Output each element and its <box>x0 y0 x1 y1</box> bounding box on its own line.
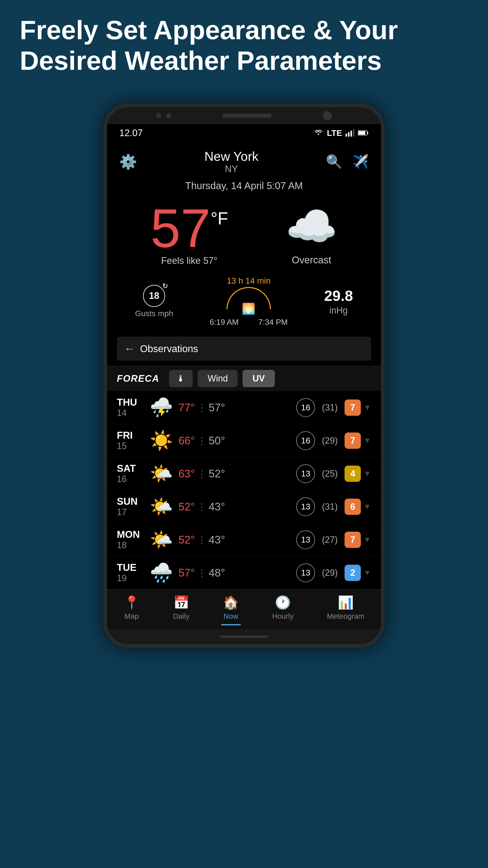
stats-row: 18 ↻ Gusts mph 13 h 14 min 🌅 6:19 AM 7:3… <box>107 269 381 332</box>
forecast-day-mon: MON 18 <box>117 529 147 550</box>
uv-badge-fri: 7 <box>345 433 361 449</box>
wind-circle-sun: 13 <box>296 497 315 516</box>
signal-icon <box>346 129 354 136</box>
forecast-icon-mon: 🌤️ <box>149 529 173 551</box>
wind-circle-thu: 16 <box>296 398 315 417</box>
nav-item-daily[interactable]: 📅 Daily <box>173 595 190 620</box>
uv-badge-sat: 4 <box>345 466 361 482</box>
map-icon: 📍 <box>124 595 140 610</box>
header-action-icons: 🔍 ✈️ <box>326 154 369 169</box>
forecast-temps-fri: 66° ⋮ 50° <box>178 434 235 447</box>
wind-circle-fri: 16 <box>296 431 315 450</box>
weather-cloud-icon: ☁️ <box>285 202 338 251</box>
uv-badge-sun: 6 <box>345 499 361 515</box>
date-display: Thursday, 14 April 5:07 AM <box>107 178 381 196</box>
wind-circle-sat: 13 <box>296 464 315 483</box>
wind-parens-sun: (31) <box>318 502 342 512</box>
forecast-day-thu: THU 14 <box>117 397 147 418</box>
weather-main: 57 °F Feels like 57° ☁️ Overcast <box>107 196 381 269</box>
chevron-tue: ▼ <box>363 568 371 577</box>
forecast-day-sun: SUN 17 <box>117 496 147 517</box>
forecast-temps-sun: 52° ⋮ 43° <box>178 501 235 513</box>
lte-label: LTE <box>327 128 342 138</box>
temperature-value: 57 <box>150 201 211 255</box>
foreca-tab-temp[interactable]: 🌡 <box>169 370 193 387</box>
pressure-label: inHg <box>329 305 348 316</box>
now-label: Now <box>224 612 238 620</box>
condition-text: Overcast <box>292 254 331 266</box>
hourly-icon: 🕐 <box>275 595 291 610</box>
app-header: ⚙️ New York NY 🔍 ✈️ <box>107 142 381 178</box>
wind-parens-tue: (29) <box>318 568 342 578</box>
pressure-stat: 29.8 inHg <box>324 287 353 316</box>
foreca-tab-wind[interactable]: Wind <box>198 370 237 387</box>
svg-rect-5 <box>358 131 365 135</box>
wifi-icon <box>314 129 323 136</box>
nav-item-map[interactable]: 📍 Map <box>124 595 140 620</box>
nav-item-now[interactable]: 🏠 Now <box>223 595 239 620</box>
status-time: 12.07 <box>119 128 143 138</box>
sunrise-time: 6:19 AM <box>210 318 238 327</box>
obs-back-arrow: ← <box>124 342 135 355</box>
feels-like: Feels like 57° <box>150 255 228 266</box>
now-icon: 🏠 <box>223 595 239 610</box>
settings-icon[interactable]: ⚙️ <box>119 153 137 170</box>
wind-parens-sat: (25) <box>318 468 342 479</box>
map-label: Map <box>125 612 139 620</box>
forecast-row-thu[interactable]: THU 14 ⛈️ 77° ⋮ 57° 16 (31) 7 ▼ <box>107 391 381 424</box>
forecast-row-tue[interactable]: TUE 19 🌧️ 57° ⋮ 48° 13 (29) 2 ▼ <box>107 556 381 589</box>
foreca-tab-uv[interactable]: UV <box>242 370 274 387</box>
chevron-sat: ▼ <box>363 469 371 478</box>
forecast-icon-thu: ⛈️ <box>149 397 173 418</box>
chevron-mon: ▼ <box>363 535 371 544</box>
meteogram-icon: 📊 <box>338 595 354 610</box>
pressure-value: 29.8 <box>324 287 353 304</box>
header-line1: Freely Set Appearance & Your <box>20 15 468 45</box>
hourly-label: Hourly <box>272 612 294 620</box>
forecast-row-sun[interactable]: SUN 17 🌤️ 52° ⋮ 43° 13 (31) 6 ▼ <box>107 490 381 523</box>
forecast-row-fri[interactable]: FRI 15 ☀️ 66° ⋮ 50° 16 (29) 7 ▼ <box>107 424 381 457</box>
forecast-temps-sat: 63° ⋮ 52° <box>178 468 235 480</box>
forecast-row-mon[interactable]: MON 18 🌤️ 52° ⋮ 43° 13 (27) 7 ▼ <box>107 523 381 556</box>
wind-circle-mon: 13 <box>296 530 315 549</box>
bottom-nav: 📍 Map 📅 Daily 🏠 Now 🕐 Hourly 📊 Meteogram <box>107 589 381 629</box>
svg-rect-1 <box>348 132 350 136</box>
status-bar: 12.07 LTE <box>107 124 381 142</box>
nav-item-hourly[interactable]: 🕐 Hourly <box>272 595 294 620</box>
daily-label: Daily <box>173 612 190 620</box>
chevron-sun: ▼ <box>363 502 371 511</box>
svg-rect-0 <box>346 134 347 136</box>
sunset-time: 7:34 PM <box>258 318 288 327</box>
wind-parens-fri: (29) <box>318 435 342 446</box>
chevron-fri: ▼ <box>363 436 371 445</box>
sunrise-duration: 13 h 14 min <box>227 276 271 285</box>
temperature-unit: °F <box>211 209 228 228</box>
wind-circle-tue: 13 <box>296 563 315 582</box>
forecast-temps-mon: 52° ⋮ 43° <box>178 534 235 546</box>
observations-label: Observations <box>140 343 198 354</box>
meteogram-label: Meteogram <box>327 612 364 620</box>
observations-button[interactable]: ← Observations <box>117 337 371 361</box>
forecast-icon-fri: ☀️ <box>149 430 173 452</box>
forecast-row-sat[interactable]: SAT 16 🌤️ 63° ⋮ 52° 13 (25) 4 ▼ <box>107 457 381 490</box>
gusts-value: 18 <box>149 290 159 301</box>
nav-item-meteogram[interactable]: 📊 Meteogram <box>327 595 364 620</box>
sunrise-stat: 13 h 14 min 🌅 6:19 AM 7:34 PM <box>210 276 288 327</box>
app-content: ⚙️ New York NY 🔍 ✈️ Thursday, 14 April 5… <box>107 142 381 629</box>
forecast-icon-sat: 🌤️ <box>149 463 173 485</box>
daily-icon: 📅 <box>173 595 189 610</box>
city-name: New York <box>204 149 259 164</box>
condition-section: ☁️ Overcast <box>285 202 338 266</box>
search-icon[interactable]: 🔍 <box>326 154 342 169</box>
forecast-temps-tue: 57° ⋮ 48° <box>178 567 235 579</box>
svg-rect-2 <box>351 131 352 136</box>
gusts-stat: 18 ↻ Gusts mph <box>135 285 173 318</box>
page-header: Freely Set Appearance & Your Desired Wea… <box>20 15 468 76</box>
location-icon[interactable]: ✈️ <box>352 154 369 169</box>
forecast-day-sat: SAT 16 <box>117 463 147 484</box>
wind-parens-thu: (31) <box>318 402 342 413</box>
temperature-section: 57 °F Feels like 57° <box>150 201 228 266</box>
battery-icon <box>358 130 369 135</box>
status-icons: LTE <box>314 128 369 138</box>
forecast-icon-sun: 🌤️ <box>149 496 173 518</box>
